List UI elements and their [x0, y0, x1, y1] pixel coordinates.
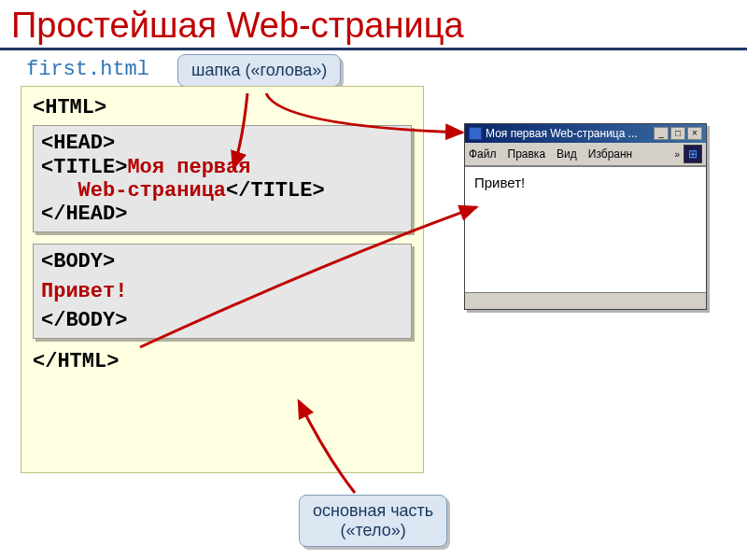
code-block-head: <HEAD> <TITLE>Моя первая Web-страница</T… [33, 125, 412, 232]
title-text-2: Web-страница [78, 179, 226, 203]
browser-viewport: Привет! [465, 166, 706, 292]
throbber-icon: ⊞ [684, 145, 702, 163]
tag-body-open: <BODY> [41, 250, 403, 273]
menu-file[interactable]: Файл [469, 147, 497, 161]
filename-label: first.html [26, 58, 149, 81]
ie-icon [469, 127, 482, 140]
title-line-1: <TITLE>Моя первая [41, 156, 403, 179]
page-content-text: Привет! [474, 175, 525, 190]
code-listing: <HTML> <HEAD> <TITLE>Моя первая Web-стра… [21, 86, 424, 473]
body-text: Привет! [41, 280, 403, 303]
title-line-2: Web-страница</TITLE> [41, 179, 403, 203]
slide-title: Простейшая Web-страница [0, 0, 747, 50]
menu-favorites[interactable]: Избранн [588, 147, 632, 161]
menu-edit[interactable]: Правка [508, 147, 546, 161]
chevron-more-icon[interactable]: » [674, 149, 680, 160]
tag-head-open: <HEAD> [41, 132, 403, 155]
tag-html-open: <HTML> [33, 96, 412, 119]
menu-view[interactable]: Вид [557, 147, 577, 161]
callout-head: шапка («голова») [177, 54, 341, 87]
close-button[interactable]: × [687, 127, 702, 140]
minimize-button[interactable]: _ [654, 127, 669, 140]
browser-title: Моя первая Web-страница ... [486, 127, 654, 140]
callout-body-l2: («тело») [313, 521, 433, 540]
tag-title-close: </TITLE> [226, 179, 325, 203]
browser-titlebar: Моя первая Web-страница ... _ □ × [465, 124, 706, 143]
tag-body-close: </BODY> [41, 309, 403, 332]
tag-title-open: <TITLE> [41, 156, 127, 179]
browser-window: Моя первая Web-страница ... _ □ × Файл П… [464, 123, 707, 310]
maximize-button[interactable]: □ [670, 127, 685, 140]
title-text-1: Моя первая [127, 156, 250, 179]
code-block-body: <BODY> Привет! </BODY> [33, 244, 412, 339]
tag-html-close: </HTML> [33, 350, 412, 373]
callout-body: основная часть («тело») [299, 495, 447, 547]
callout-body-l1: основная часть [313, 501, 433, 521]
browser-statusbar [465, 292, 706, 309]
browser-menubar: Файл Правка Вид Избранн » ⊞ [465, 143, 706, 166]
tag-head-close: </HEAD> [41, 203, 403, 226]
